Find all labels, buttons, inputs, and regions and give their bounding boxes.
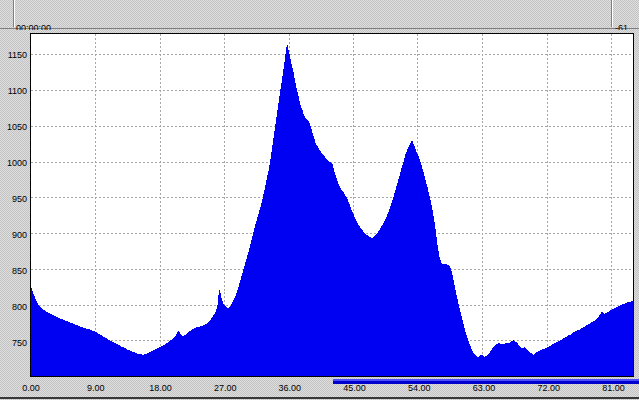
y-tick-label: 950: [1, 195, 27, 204]
status-bar-divider-left: [13, 0, 15, 27]
elevation-area: [31, 45, 633, 376]
y-tick-label: 850: [1, 267, 27, 276]
y-tick-label: 1050: [1, 123, 27, 132]
window-bottom-border: [0, 397, 639, 399]
x-tick-label: 27.00: [214, 384, 237, 393]
x-tick-label: 18.00: [149, 384, 172, 393]
x-tick-label: 63.00: [473, 384, 496, 393]
x-tick-label: 9.00: [87, 384, 105, 393]
status-bar-divider-right: [611, 0, 613, 27]
selection-bar[interactable]: [333, 379, 639, 384]
y-tick-label: 900: [1, 231, 27, 240]
elevation-chart[interactable]: [31, 34, 633, 376]
x-tick-label: 45.00: [343, 384, 366, 393]
x-tick-label: 54.00: [408, 384, 431, 393]
x-tick-label: 36.00: [279, 384, 302, 393]
plot-canvas[interactable]: [30, 33, 634, 377]
y-tick-label: 800: [1, 303, 27, 312]
x-tick-label: 0.00: [22, 384, 40, 393]
y-tick-label: 750: [1, 339, 27, 348]
chart-region: 7508008509009501000105011001150 0.009.00…: [0, 30, 639, 400]
x-tick-label: 72.00: [537, 384, 560, 393]
y-tick-label: 1000: [1, 159, 27, 168]
y-tick-label: 1150: [1, 51, 27, 60]
x-tick-label: 81.00: [602, 384, 625, 393]
y-tick-label: 1100: [1, 87, 27, 96]
status-bar: 00:00:00 0.00 -61 8:1: [0, 0, 639, 29]
